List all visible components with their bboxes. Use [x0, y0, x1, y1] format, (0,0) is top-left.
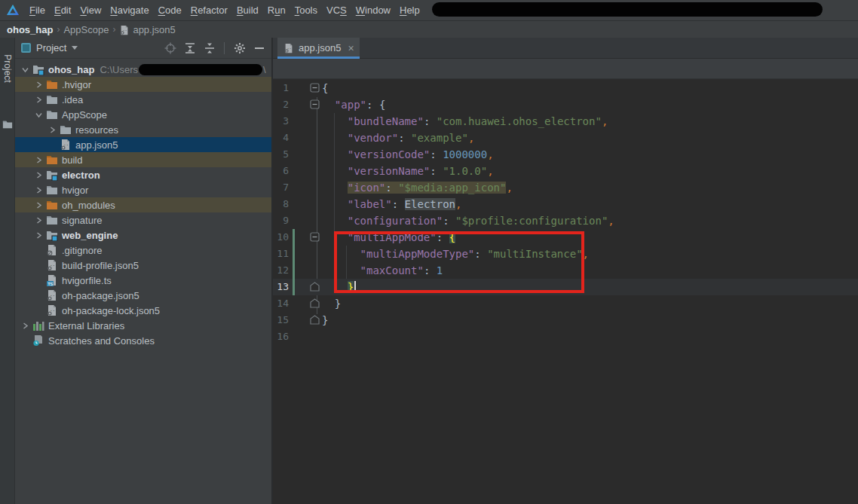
chevron-right-icon[interactable] [32, 187, 46, 194]
tree-item-label: ohos_hap [48, 64, 94, 75]
fold-end-icon[interactable] [310, 315, 320, 325]
folder-icon [46, 93, 58, 105]
fold-end-icon[interactable] [310, 298, 320, 309]
code-line-5[interactable]: 5 "versionCode": 1000000, [273, 146, 858, 163]
tree-item-scratches-and-consoles[interactable]: Scratches and Consoles [15, 333, 271, 348]
tree-item-ohos-hap[interactable]: ohos_hapC:\Users\ [15, 62, 271, 77]
project-panel-header: Project [15, 38, 271, 59]
chevron-right-icon[interactable] [32, 232, 46, 239]
chevron-right-icon[interactable] [32, 172, 46, 179]
breadcrumb-item[interactable]: app.json5 [133, 24, 175, 35]
ts-file-icon: TS [46, 274, 58, 286]
project-stripe-button[interactable]: Project [2, 54, 13, 82]
editor-tab-app.json5[interactable]: ..app.json5× [277, 38, 360, 58]
tree-item-oh-modules[interactable]: oh_modules [15, 197, 271, 212]
gitignore-file-icon [46, 244, 58, 256]
collapse-all-icon[interactable] [203, 41, 216, 54]
menu-build[interactable]: Build [232, 2, 263, 19]
line-number: 16 [273, 328, 289, 345]
editor-gutter: 15 [273, 312, 322, 328]
menu-file[interactable]: File [25, 2, 50, 19]
menu-run[interactable]: Run [263, 2, 290, 19]
code-line-16[interactable]: 16 [273, 328, 858, 345]
tree-item--gitignore[interactable]: .gitignore [15, 243, 271, 258]
fold-start-icon[interactable] [310, 99, 320, 110]
redacted-region [139, 64, 262, 75]
tree-item-build-profile-json5[interactable]: ..build-profile.json5 [15, 258, 271, 273]
menu-tools[interactable]: Tools [290, 2, 322, 19]
editor-gutter: 12 [273, 262, 322, 279]
tree-item-hvigor[interactable]: hvigor [15, 182, 271, 197]
chevron-right-icon[interactable] [18, 322, 32, 329]
code-line-10[interactable]: 10 "multiAppMode": { [273, 229, 858, 246]
code-editor[interactable]: 1{2 "app": {3 "bundleName": "com.huawei.… [273, 79, 858, 504]
tree-item-web-engine[interactable]: web_engine [15, 228, 271, 243]
code-line-13[interactable]: 13 } [273, 279, 858, 295]
tree-item-external-libraries[interactable]: External Libraries [15, 318, 271, 333]
editor-area: ..app.json5× 1{2 "app": {3 "bundleName":… [273, 38, 858, 504]
breadcrumb-item[interactable]: AppScope [63, 24, 109, 35]
chevron-right-icon[interactable] [45, 127, 60, 133]
code-line-3[interactable]: 3 "bundleName": "com.huawei.ohos_electro… [273, 113, 858, 130]
tree-item-oh-package-json5[interactable]: ..oh-package.json5 [15, 288, 271, 303]
breadcrumb: ohos_hap›AppScope›..app.json5 [0, 21, 858, 38]
chevron-right-icon[interactable] [32, 157, 46, 163]
menu-view[interactable]: View [75, 2, 106, 19]
code-line-2[interactable]: 2 "app": { [273, 96, 858, 113]
code-line-4[interactable]: 4 "vendor": "example", [273, 130, 858, 146]
module-folder-icon [46, 169, 58, 181]
chevron-right-icon[interactable] [32, 81, 46, 88]
fold-start-icon[interactable] [310, 232, 320, 243]
code-line-1[interactable]: 1{ [273, 80, 858, 96]
breadcrumb-item[interactable]: ohos_hap [7, 24, 53, 35]
chevron-down-icon[interactable] [18, 66, 32, 73]
chevron-right-icon[interactable] [32, 96, 46, 103]
toolbar-separator [224, 42, 225, 54]
tree-item-resources[interactable]: resources [15, 122, 271, 137]
code-line-14[interactable]: 14 } [273, 295, 858, 312]
tree-item-hvigorfile-ts[interactable]: TShvigorfile.ts [15, 273, 271, 288]
menu-navigate[interactable]: Navigate [106, 2, 153, 19]
fold-start-icon[interactable] [310, 83, 320, 93]
locate-icon[interactable] [164, 41, 176, 54]
editor-gutter: 10 [273, 229, 322, 246]
menu-edit[interactable]: Edit [50, 2, 75, 19]
tree-item-label: .idea [62, 94, 83, 105]
code-line-15[interactable]: 15} [273, 312, 858, 328]
tree-item-build[interactable]: build [15, 152, 271, 167]
settings-icon[interactable] [233, 41, 246, 54]
menu-vcs[interactable]: VCS [322, 2, 351, 19]
menu-refactor[interactable]: Refactor [186, 2, 232, 19]
tree-item-appscope[interactable]: AppScope [15, 107, 271, 122]
menu-help[interactable]: Help [395, 2, 424, 19]
json5-file-icon: .. [46, 289, 58, 301]
code-line-8[interactable]: 8 "label": Electron, [273, 196, 858, 212]
chevron-right-icon[interactable] [32, 217, 46, 224]
vcs-change-stripe [293, 246, 295, 262]
code-line-9[interactable]: 9 "configuration": "$profile:configurati… [273, 212, 858, 229]
menu-window[interactable]: Window [351, 2, 395, 19]
code-line-11[interactable]: 11 "multiAppModeType": "multiInstance", [273, 246, 858, 262]
menu-code[interactable]: Code [154, 2, 186, 19]
chevron-down-icon[interactable] [32, 111, 46, 118]
panel-title[interactable]: Project [36, 42, 66, 53]
code-line-7[interactable]: 7 "icon": "$media:app_icon", [273, 179, 858, 196]
tree-item-app-json5[interactable]: ..app.json5 [15, 137, 271, 152]
tree-item--idea[interactable]: .idea [15, 92, 271, 107]
hide-panel-icon[interactable] [253, 41, 265, 54]
chevron-down-icon[interactable] [72, 46, 78, 50]
ide-logo-icon [5, 3, 20, 18]
close-icon[interactable]: × [348, 43, 354, 53]
tree-item-electron[interactable]: electron [15, 167, 271, 182]
tree-item--hvigor[interactable]: .hvigor [15, 77, 271, 92]
tree-item-label: hvigor [62, 185, 88, 196]
chevron-right-icon[interactable] [32, 202, 46, 209]
project-path: \ [263, 64, 266, 75]
code-line-6[interactable]: 6 "versionName": "1.0.0", [273, 163, 858, 179]
project-tool-window: Project ohos_hapC:\Users\.hvigor.ideaApp… [15, 38, 271, 504]
fold-end-icon[interactable] [310, 282, 320, 292]
expand-all-icon[interactable] [183, 41, 196, 54]
tree-item-signature[interactable]: signature [15, 212, 271, 228]
code-line-12[interactable]: 12 "maxCount": 1 [273, 262, 858, 279]
tree-item-oh-package-lock-json5[interactable]: ..oh-package-lock.json5 [15, 303, 271, 318]
